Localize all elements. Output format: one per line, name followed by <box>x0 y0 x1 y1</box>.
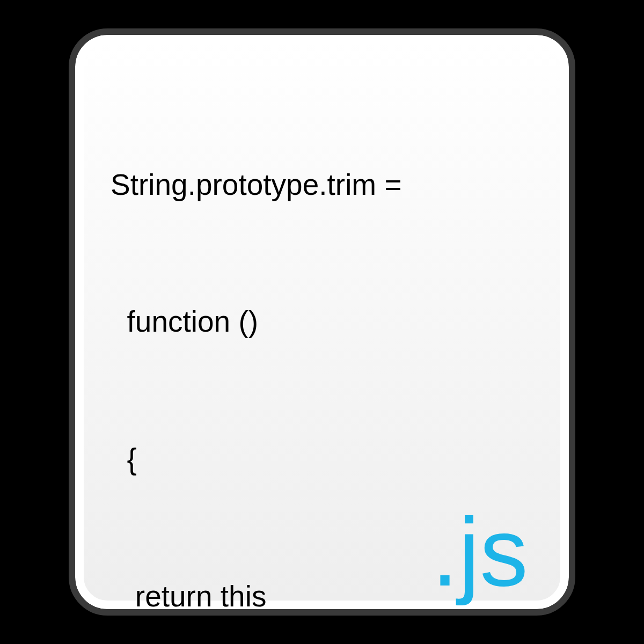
code-line: { <box>111 436 539 482</box>
code-line: function () <box>111 299 539 345</box>
code-line: String.prototype.trim = <box>111 162 539 208</box>
js-file-icon: String.prototype.trim = function () { re… <box>75 35 569 609</box>
file-extension-label: .js <box>431 504 528 601</box>
